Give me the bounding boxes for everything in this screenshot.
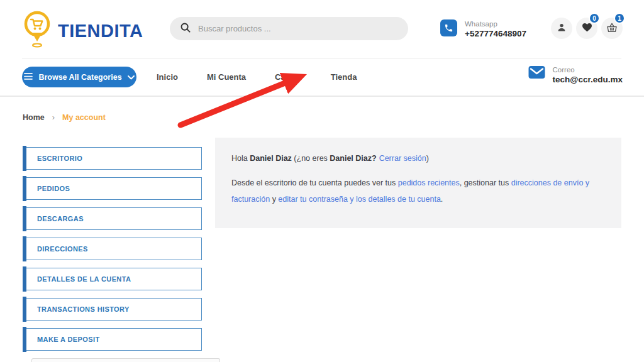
email-contact[interactable]: Correo tech@ccr.edu.mx <box>528 65 623 85</box>
greeting-text: Hola <box>231 154 250 163</box>
description-text: , gestionar tus <box>460 178 511 187</box>
account-sidebar: ESCRITORIO PEDIDOS DESCARGAS DIRECCIONES… <box>23 147 202 358</box>
whatsapp-contact[interactable]: Whatsapp +527774648907 <box>440 19 526 39</box>
brand-logo[interactable]: TIENDITA <box>23 10 143 52</box>
description-text: y <box>270 195 278 204</box>
sidebar-item-label: PEDIDOS <box>37 185 70 192</box>
sidebar-item-label: DESCARGAS <box>37 215 84 222</box>
whatsapp-label: Whatsapp <box>465 19 526 28</box>
nav-link-tienda[interactable]: Tienda <box>331 72 357 82</box>
search-input[interactable] <box>198 24 387 33</box>
basket-icon <box>606 23 618 35</box>
user-icon <box>557 23 567 35</box>
sidebar-item-label: DIRECCIONES <box>37 245 88 253</box>
sidebar-item-label: ESCRITORIO <box>37 155 82 162</box>
user-name: Daniel Diaz <box>250 154 292 163</box>
sidebar-item-descargas[interactable]: DESCARGAS <box>23 207 202 230</box>
browse-categories-label: Browse All Categories <box>38 73 121 82</box>
greeting-text: (¿no eres <box>292 154 330 163</box>
search-icon[interactable] <box>180 23 191 35</box>
email-address: tech@ccr.edu.mx <box>553 74 623 85</box>
sidebar-item-pedidos[interactable]: PEDIDOS <box>23 177 202 200</box>
hamburger-icon <box>24 73 33 82</box>
envelope-icon <box>528 65 545 79</box>
nav-link-mi-cuenta[interactable]: Mi Cuenta <box>207 72 246 82</box>
description-text: Desde el escritorio de tu cuenta puedes … <box>231 178 398 187</box>
account-button[interactable] <box>551 18 572 39</box>
sidebar-item-detalles-cuenta[interactable]: DETALLES DE LA CUENTA <box>23 268 202 290</box>
breadcrumb: Home › My account <box>23 112 106 122</box>
header-actions: 0 1 <box>551 18 623 39</box>
logout-link[interactable]: Cerrar sesión <box>379 154 426 163</box>
nav-link-inicio[interactable]: Inicio <box>157 72 178 82</box>
account-dashboard-panel: Hola Daniel Diaz (¿no eres Daniel Diaz?C… <box>215 138 621 228</box>
user-name-question: Daniel Diaz? <box>330 154 376 163</box>
browse-categories-button[interactable]: Browse All Categories <box>22 67 136 87</box>
wishlist-button[interactable]: 0 <box>576 18 597 39</box>
sidebar-item-label: TRANSACTIONS HISTORY <box>37 305 130 313</box>
search-bar <box>170 17 408 40</box>
whatsapp-number: +527774648907 <box>465 28 526 39</box>
sidebar-item-direcciones[interactable]: DIRECCIONES <box>23 238 202 260</box>
breadcrumb-home-link[interactable]: Home <box>23 113 45 122</box>
cart-button[interactable]: 1 <box>601 18 623 39</box>
site-header: TIENDITA Whatsapp +527774648907 <box>0 0 644 58</box>
cart-count-badge: 1 <box>614 13 625 24</box>
breadcrumb-current: My account <box>62 113 106 122</box>
email-label: Correo <box>553 65 623 74</box>
chevron-down-icon <box>128 73 135 82</box>
sidebar-item-label: DETALLES DE LA CUENTA <box>37 275 131 283</box>
nav-link-carrito[interactable]: Carrito <box>275 72 302 82</box>
sidebar-item-transactions-history[interactable]: TRANSACTIONS HISTORY <box>23 298 202 321</box>
brand-name: TIENDITA <box>58 21 143 41</box>
sidebar-item-cutoff <box>31 358 220 362</box>
dashboard-description: Desde el escritorio de tu cuenta puedes … <box>231 175 605 207</box>
nav-divider <box>0 96 644 97</box>
greeting-line: Hola Daniel Diaz (¿no eres Daniel Diaz?C… <box>231 153 605 164</box>
greeting-text: ) <box>426 154 429 163</box>
nav-links: Inicio Mi Cuenta Carrito Tienda <box>157 58 357 96</box>
description-text: . <box>441 195 443 204</box>
sidebar-item-make-a-deposit[interactable]: MAKE A DEPOSIT <box>23 328 202 351</box>
phone-icon <box>440 19 457 36</box>
sidebar-item-escritorio[interactable]: ESCRITORIO <box>23 147 202 170</box>
sidebar-item-label: MAKE A DEPOSIT <box>37 336 100 343</box>
wishlist-count-badge: 0 <box>589 13 600 24</box>
recent-orders-link[interactable]: pedidos recientes <box>398 178 460 187</box>
heart-icon <box>582 23 592 34</box>
cart-pin-logo-icon <box>23 10 52 52</box>
breadcrumb-separator-icon: › <box>52 112 55 122</box>
edit-account-link[interactable]: editar tu contraseña y los detalles de t… <box>278 195 441 204</box>
